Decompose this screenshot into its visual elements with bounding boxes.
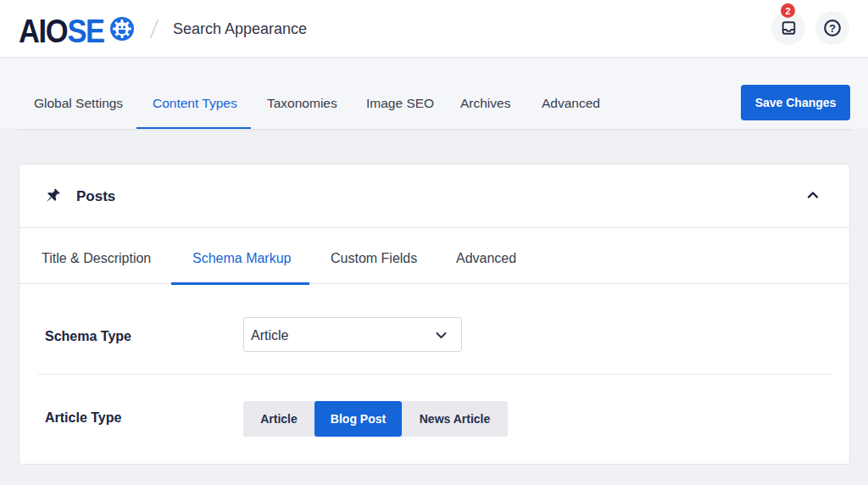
svg-text:?: ? <box>829 22 836 35</box>
